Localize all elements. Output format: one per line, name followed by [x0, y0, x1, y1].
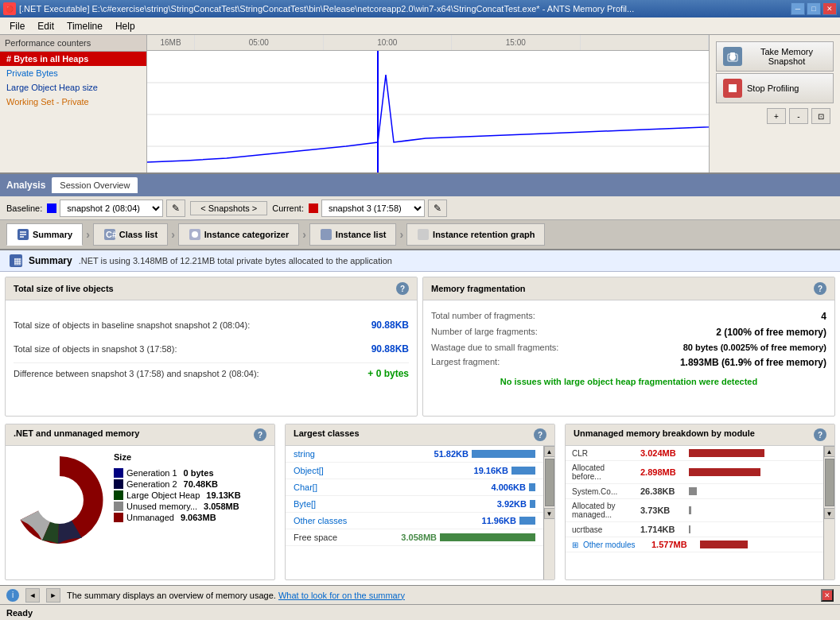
- fit-button[interactable]: ⊡: [811, 108, 830, 124]
- class-object-name[interactable]: Object[]: [294, 466, 324, 475]
- menu-help[interactable]: Help: [109, 19, 142, 33]
- window-controls[interactable]: ─ □ ✕: [791, 2, 837, 15]
- legend-unmanaged: Unmanaged 9.063MB: [114, 513, 241, 522]
- module-system-name: System.Co...: [572, 487, 636, 496]
- class-other-size: 11.96KB: [482, 516, 516, 525]
- close-status-button[interactable]: ✕: [821, 589, 834, 602]
- class-tab-icon: C#: [103, 228, 116, 241]
- tab-instance-list[interactable]: Instance list: [309, 223, 397, 246]
- module-system-bar: [689, 487, 697, 495]
- legend-loh: Large Object Heap 19.13KB: [114, 490, 241, 500]
- fragments-row: Total number of fragments: 4: [431, 308, 826, 324]
- take-snapshot-button[interactable]: Take Memory Snapshot: [716, 41, 834, 72]
- menu-timeline[interactable]: Timeline: [60, 19, 109, 33]
- unmanaged-scroll-up[interactable]: ▲: [824, 446, 835, 457]
- menu-bar: File Edit Timeline Help: [0, 17, 840, 35]
- minimize-button[interactable]: ─: [791, 2, 805, 15]
- perf-item-private[interactable]: Private Bytes: [0, 66, 146, 80]
- zoom-in-button[interactable]: +: [767, 108, 786, 124]
- module-managed-row: Allocated by managed... 3.73KB: [566, 499, 823, 522]
- module-system-row: System.Co... 26.38KB: [566, 484, 823, 499]
- class-char-bar-group: 4.006KB: [492, 482, 535, 492]
- dotnet-memory-title: .NET and unmanaged memory: [14, 428, 139, 441]
- live-objects-title: Total size of live objects: [14, 284, 114, 293]
- session-overview-tab[interactable]: Session Overview: [52, 177, 138, 193]
- current-box: snapshot 3 (17:58) ✎: [309, 200, 447, 217]
- module-clr-row: CLR 3.024MB: [566, 446, 823, 461]
- baseline-size-row: Total size of objects in baseline snapsh…: [14, 316, 409, 334]
- live-objects-help[interactable]: ?: [396, 282, 409, 295]
- chart-canvas: [147, 51, 709, 158]
- perf-item-bytes[interactable]: # Bytes in all Heaps: [0, 52, 146, 66]
- svg-rect-17: [321, 229, 332, 240]
- class-string-name[interactable]: string: [294, 449, 315, 459]
- current-select[interactable]: snapshot 3 (17:58): [321, 200, 425, 217]
- dotnet-memory-help[interactable]: ?: [254, 428, 266, 441]
- menu-edit[interactable]: Edit: [31, 19, 60, 33]
- class-char-bar: [529, 483, 535, 491]
- unmanaged-scroll-down[interactable]: ▼: [824, 508, 835, 519]
- largest-classes-help[interactable]: ?: [534, 428, 546, 441]
- unmanaged-scroll-thumb[interactable]: [825, 459, 834, 506]
- status-link[interactable]: What to look for on the summary: [278, 591, 405, 600]
- tab-class-label: Class list: [119, 230, 158, 239]
- summary-tab-icon: [17, 228, 29, 241]
- class-other-bar-group: 11.96KB: [482, 516, 535, 525]
- scroll-thumb[interactable]: [545, 459, 554, 506]
- current-edit-button[interactable]: ✎: [428, 200, 447, 217]
- large-frag-label: Number of large fragments:: [431, 327, 538, 338]
- class-object-size: 19.16KB: [474, 466, 508, 475]
- class-byte-name[interactable]: Byte[]: [294, 499, 316, 509]
- menu-file[interactable]: File: [3, 19, 31, 33]
- summary-info-text: .NET is using 3.148MB of 12.21MB total p…: [79, 256, 392, 265]
- current-dot: [309, 203, 318, 213]
- class-free-size: 3.058MB: [401, 533, 437, 542]
- class-byte-size: 3.92KB: [497, 499, 527, 509]
- class-row-byte: Byte[] 3.92KB: [286, 496, 543, 513]
- baseline-select[interactable]: snapshot 2 (08:04): [60, 200, 163, 217]
- tab-class[interactable]: C# Class list: [93, 223, 168, 246]
- content-area: Total size of live objects ? Total size …: [0, 272, 840, 585]
- module-ucrt-name: ucrtbase: [572, 525, 636, 534]
- class-string-bar-group: 51.82KB: [434, 449, 535, 459]
- perf-item-loh[interactable]: Large Object Heap size: [0, 80, 146, 95]
- zoom-out-button[interactable]: -: [789, 108, 808, 124]
- unmanaged-panel: Unmanaged memory breakdown by module ? C…: [565, 424, 835, 580]
- stop-profiling-button[interactable]: Stop Profiling: [716, 73, 834, 103]
- status-next-button[interactable]: ►: [46, 588, 60, 603]
- instance-list-icon: [320, 228, 332, 241]
- snapshot-btn-label: Take Memory Snapshot: [747, 47, 826, 66]
- legend-section: Size Generation 1 0 bytes Generation 2: [114, 452, 241, 573]
- class-other-name[interactable]: Other classes: [294, 516, 347, 525]
- class-string-bar: [472, 450, 535, 458]
- close-button[interactable]: ✕: [822, 2, 837, 15]
- info-icon[interactable]: i: [6, 589, 19, 602]
- baseline-edit-button[interactable]: ✎: [166, 200, 185, 217]
- module-expand-icon[interactable]: ⊞: [572, 541, 578, 549]
- classes-scrollbar: ▲ ▼: [543, 446, 554, 579]
- tab-summary[interactable]: Summary: [6, 223, 83, 246]
- diff-label: Difference between snapshot 3 (17:58) an…: [14, 369, 259, 378]
- tab-instance-cat[interactable]: Instance categorizer: [178, 223, 299, 246]
- largest-classes-header: Largest classes ?: [286, 424, 554, 446]
- frag-help[interactable]: ?: [814, 282, 826, 295]
- legend-unused-dot: [114, 502, 123, 511]
- unmanaged-help[interactable]: ?: [814, 428, 826, 441]
- largest-frag-value: 1.893MB (61.9% of free memory): [680, 357, 826, 368]
- bottom-panels: .NET and unmanaged memory ?: [0, 419, 840, 585]
- scroll-down-btn[interactable]: ▼: [544, 508, 555, 519]
- restore-button[interactable]: □: [807, 2, 821, 15]
- class-char-size: 4.006KB: [492, 482, 526, 492]
- tab-retention[interactable]: Instance retention graph: [406, 223, 545, 246]
- summary-info-bar: ▦ Summary .NET is using 3.148MB of 12.21…: [0, 250, 840, 272]
- snapshots-nav-button[interactable]: < Snapshots >: [190, 201, 267, 215]
- perf-item-ws[interactable]: Working Set - Private: [0, 95, 146, 109]
- status-prev-button[interactable]: ◄: [25, 588, 40, 603]
- status-message-text: The summary displays an overview of memo…: [67, 591, 276, 600]
- live-objects-body: Total size of objects in baseline snapsh…: [6, 300, 417, 392]
- class-char-name[interactable]: Char[]: [294, 482, 317, 492]
- class-string-size: 51.82KB: [434, 449, 469, 459]
- module-other-name[interactable]: Other modules: [583, 541, 647, 549]
- scroll-up-btn[interactable]: ▲: [544, 446, 555, 457]
- legend-unused: Unused memory... 3.058MB: [114, 502, 241, 511]
